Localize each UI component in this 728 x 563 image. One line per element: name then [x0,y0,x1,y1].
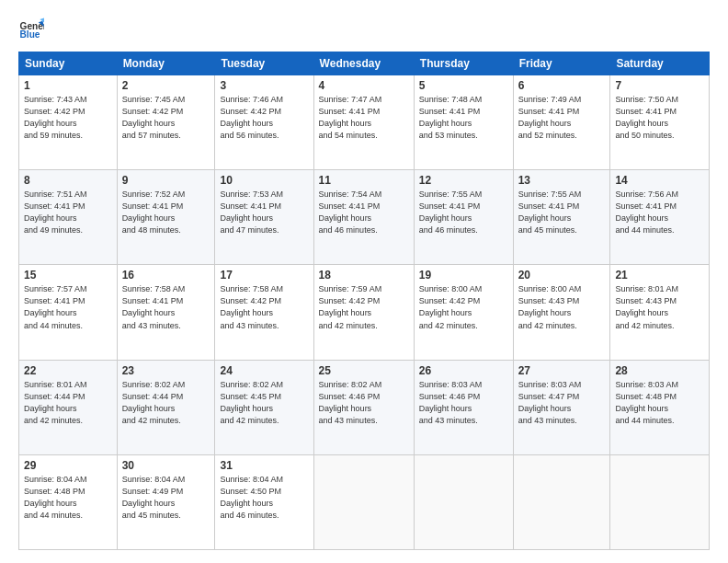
day-number: 19 [419,269,508,282]
header-day-thursday: Thursday [414,52,513,75]
week-row-2: 8 Sunrise: 7:51 AMSunset: 4:41 PMDayligh… [19,170,710,265]
cell-info: Sunrise: 7:55 AMSunset: 4:41 PMDaylight … [419,190,483,235]
day-number: 11 [319,174,409,187]
day-number: 7 [615,79,704,92]
calendar-cell: 16 Sunrise: 7:58 AMSunset: 4:41 PMDaylig… [117,265,215,360]
day-number: 10 [220,174,308,187]
header-day-monday: Monday [117,52,215,75]
calendar-cell [313,454,414,549]
calendar-cell: 2 Sunrise: 7:45 AMSunset: 4:42 PMDayligh… [117,75,215,170]
header-day-tuesday: Tuesday [215,52,313,75]
logo-icon: General Blue [18,17,44,42]
cell-info: Sunrise: 7:56 AMSunset: 4:41 PMDaylight … [615,190,678,235]
calendar-cell: 31 Sunrise: 8:04 AMSunset: 4:50 PMDaylig… [215,454,313,549]
day-number: 31 [220,459,308,472]
calendar-cell: 4 Sunrise: 7:47 AMSunset: 4:41 PMDayligh… [313,75,414,170]
day-number: 30 [122,459,210,472]
day-number: 17 [220,269,308,282]
calendar-cell: 1 Sunrise: 7:43 AMSunset: 4:42 PMDayligh… [19,75,118,170]
calendar-cell: 21 Sunrise: 8:01 AMSunset: 4:43 PMDaylig… [610,265,710,360]
day-number: 16 [122,269,210,282]
day-number: 28 [615,364,704,377]
header-day-saturday: Saturday [610,52,710,75]
cell-info: Sunrise: 7:46 AMSunset: 4:42 PMDaylight … [220,95,283,140]
calendar-cell: 3 Sunrise: 7:46 AMSunset: 4:42 PMDayligh… [215,75,313,170]
calendar-cell: 10 Sunrise: 7:53 AMSunset: 4:41 PMDaylig… [215,170,313,265]
calendar-cell [610,454,710,549]
day-number: 6 [518,79,606,92]
logo: General Blue [18,17,48,42]
header-day-wednesday: Wednesday [313,52,414,75]
cell-info: Sunrise: 7:57 AMSunset: 4:41 PMDaylight … [24,284,87,329]
calendar-cell: 14 Sunrise: 7:56 AMSunset: 4:41 PMDaylig… [610,170,710,265]
calendar-cell: 19 Sunrise: 8:00 AMSunset: 4:42 PMDaylig… [414,265,513,360]
cell-info: Sunrise: 8:02 AMSunset: 4:45 PMDaylight … [220,380,283,425]
calendar-cell: 25 Sunrise: 8:02 AMSunset: 4:46 PMDaylig… [313,360,414,454]
day-number: 20 [518,269,606,282]
cell-info: Sunrise: 8:00 AMSunset: 4:42 PMDaylight … [419,284,483,329]
cell-info: Sunrise: 8:04 AMSunset: 4:48 PMDaylight … [24,475,87,520]
calendar-header: SundayMondayTuesdayWednesdayThursdayFrid… [19,52,710,75]
cell-info: Sunrise: 7:45 AMSunset: 4:42 PMDaylight … [122,95,186,140]
day-number: 1 [24,79,112,92]
calendar-cell: 11 Sunrise: 7:54 AMSunset: 4:41 PMDaylig… [313,170,414,265]
calendar-cell: 15 Sunrise: 7:57 AMSunset: 4:41 PMDaylig… [19,265,118,360]
cell-info: Sunrise: 7:49 AMSunset: 4:41 PMDaylight … [518,95,582,140]
day-number: 25 [319,364,409,377]
header-row: SundayMondayTuesdayWednesdayThursdayFrid… [19,52,710,75]
day-number: 26 [419,364,508,377]
cell-info: Sunrise: 7:47 AMSunset: 4:41 PMDaylight … [319,95,382,140]
cell-info: Sunrise: 7:58 AMSunset: 4:41 PMDaylight … [122,284,186,329]
day-number: 9 [122,174,210,187]
day-number: 29 [24,459,112,472]
day-number: 12 [419,174,508,187]
cell-info: Sunrise: 8:04 AMSunset: 4:49 PMDaylight … [122,475,186,520]
calendar-body: 1 Sunrise: 7:43 AMSunset: 4:42 PMDayligh… [19,75,710,550]
cell-info: Sunrise: 8:04 AMSunset: 4:50 PMDaylight … [220,475,283,520]
cell-info: Sunrise: 7:52 AMSunset: 4:41 PMDaylight … [122,190,186,235]
cell-info: Sunrise: 7:59 AMSunset: 4:42 PMDaylight … [319,284,382,329]
calendar-cell: 23 Sunrise: 8:02 AMSunset: 4:44 PMDaylig… [117,360,215,454]
day-number: 21 [615,269,704,282]
calendar-cell: 5 Sunrise: 7:48 AMSunset: 4:41 PMDayligh… [414,75,513,170]
calendar-cell [414,454,513,549]
cell-info: Sunrise: 8:02 AMSunset: 4:46 PMDaylight … [319,380,382,425]
calendar-cell: 22 Sunrise: 8:01 AMSunset: 4:44 PMDaylig… [19,360,118,454]
cell-info: Sunrise: 8:03 AMSunset: 4:48 PMDaylight … [615,380,678,425]
calendar-cell: 18 Sunrise: 7:59 AMSunset: 4:42 PMDaylig… [313,265,414,360]
calendar-cell: 12 Sunrise: 7:55 AMSunset: 4:41 PMDaylig… [414,170,513,265]
cell-info: Sunrise: 7:51 AMSunset: 4:41 PMDaylight … [24,190,87,235]
calendar-cell: 24 Sunrise: 8:02 AMSunset: 4:45 PMDaylig… [215,360,313,454]
day-number: 24 [220,364,308,377]
calendar-cell [513,454,610,549]
cell-info: Sunrise: 7:53 AMSunset: 4:41 PMDaylight … [220,190,283,235]
cell-info: Sunrise: 8:01 AMSunset: 4:44 PMDaylight … [24,380,87,425]
cell-info: Sunrise: 7:55 AMSunset: 4:41 PMDaylight … [518,190,582,235]
day-number: 15 [24,269,112,282]
calendar-cell: 27 Sunrise: 8:03 AMSunset: 4:47 PMDaylig… [513,360,610,454]
cell-info: Sunrise: 7:43 AMSunset: 4:42 PMDaylight … [24,95,87,140]
cell-info: Sunrise: 8:03 AMSunset: 4:47 PMDaylight … [518,380,582,425]
day-number: 8 [24,174,112,187]
header-day-sunday: Sunday [19,52,118,75]
calendar-cell: 26 Sunrise: 8:03 AMSunset: 4:46 PMDaylig… [414,360,513,454]
cell-info: Sunrise: 8:00 AMSunset: 4:43 PMDaylight … [518,284,582,329]
cell-info: Sunrise: 7:54 AMSunset: 4:41 PMDaylight … [319,190,382,235]
calendar-cell: 28 Sunrise: 8:03 AMSunset: 4:48 PMDaylig… [610,360,710,454]
header: General Blue [18,17,710,42]
calendar-cell: 30 Sunrise: 8:04 AMSunset: 4:49 PMDaylig… [117,454,215,549]
calendar-table: SundayMondayTuesdayWednesdayThursdayFrid… [18,52,710,550]
calendar-cell: 8 Sunrise: 7:51 AMSunset: 4:41 PMDayligh… [19,170,118,265]
calendar-cell: 20 Sunrise: 8:00 AMSunset: 4:43 PMDaylig… [513,265,610,360]
cell-info: Sunrise: 8:01 AMSunset: 4:43 PMDaylight … [615,284,678,329]
calendar-cell: 9 Sunrise: 7:52 AMSunset: 4:41 PMDayligh… [117,170,215,265]
day-number: 22 [24,364,112,377]
week-row-4: 22 Sunrise: 8:01 AMSunset: 4:44 PMDaylig… [19,360,710,454]
calendar-cell: 29 Sunrise: 8:04 AMSunset: 4:48 PMDaylig… [19,454,118,549]
day-number: 23 [122,364,210,377]
day-number: 2 [122,79,210,92]
calendar-cell: 17 Sunrise: 7:58 AMSunset: 4:42 PMDaylig… [215,265,313,360]
cell-info: Sunrise: 7:48 AMSunset: 4:41 PMDaylight … [419,95,483,140]
week-row-1: 1 Sunrise: 7:43 AMSunset: 4:42 PMDayligh… [19,75,710,170]
day-number: 14 [615,174,704,187]
